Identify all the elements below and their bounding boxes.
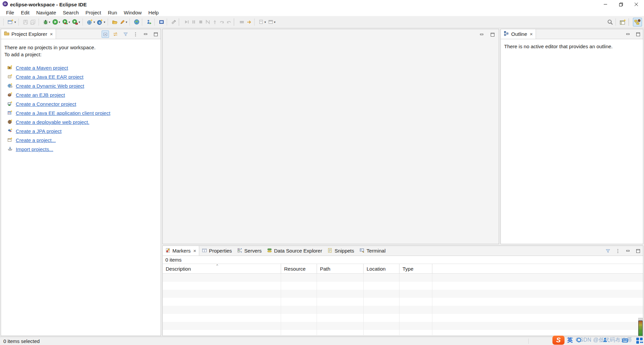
create-deployable-web-project-link[interactable]: Create a deployable web project. bbox=[4, 118, 161, 127]
create-maven-project-link[interactable]: M Create a Maven project bbox=[4, 63, 161, 72]
new-servlet-wizard-button[interactable]: S ▾ bbox=[96, 18, 106, 26]
jpa-project-icon bbox=[7, 128, 13, 134]
menu-window[interactable]: Window bbox=[120, 10, 145, 15]
tab-project-explorer[interactable]: Project Explorer × bbox=[1, 29, 56, 39]
view-menu-button[interactable] bbox=[614, 247, 622, 255]
menu-edit[interactable]: Edit bbox=[17, 10, 33, 15]
ime-language-indicator[interactable]: 英 bbox=[567, 336, 573, 344]
tab-properties[interactable]: Properties bbox=[199, 246, 234, 256]
toolbar-separator bbox=[254, 19, 257, 25]
step-into-button[interactable] bbox=[211, 18, 218, 26]
javaee-perspective-button[interactable] bbox=[633, 18, 642, 26]
link-label: Create a JPA project bbox=[16, 128, 61, 134]
close-button[interactable] bbox=[629, 0, 644, 9]
tab-label: Data Source Explorer bbox=[274, 248, 322, 254]
table-row bbox=[163, 290, 643, 298]
pen-button[interactable]: ▾ bbox=[119, 18, 128, 26]
tab-label: Project Explorer bbox=[11, 31, 47, 37]
minimize-view-button[interactable] bbox=[624, 247, 632, 255]
step-over-button[interactable] bbox=[218, 18, 225, 26]
profile-button[interactable]: ▾ bbox=[71, 18, 81, 26]
menu-navigate[interactable]: Navigate bbox=[33, 10, 59, 15]
run-client-button[interactable] bbox=[145, 18, 153, 26]
menu-file[interactable]: File bbox=[3, 10, 17, 15]
minimize-view-button[interactable] bbox=[142, 30, 149, 38]
maximize-view-button[interactable] bbox=[152, 30, 159, 38]
step-return-button[interactable] bbox=[225, 18, 232, 26]
open-folder-button[interactable] bbox=[111, 18, 119, 26]
menu-help[interactable]: Help bbox=[145, 10, 162, 15]
minimize-view-button[interactable] bbox=[478, 31, 485, 38]
toggle-lines-button[interactable] bbox=[238, 18, 246, 26]
create-jpa-project-link[interactable]: Create a JPA project bbox=[4, 127, 161, 136]
save-all-button[interactable] bbox=[29, 18, 37, 26]
tab-data-source-explorer[interactable]: Data Source Explorer bbox=[264, 246, 325, 256]
create-app-client-project-link[interactable]: Create a Java EE application client proj… bbox=[4, 109, 161, 118]
tab-snippets[interactable]: Snippets bbox=[325, 246, 357, 256]
column-path[interactable]: Path bbox=[317, 264, 364, 273]
link-label: Create an EJB project bbox=[16, 92, 65, 98]
create-dynamic-web-project-link[interactable]: Create a Dynamic Web project bbox=[4, 81, 161, 90]
maximize-view-button[interactable] bbox=[634, 30, 642, 38]
maximize-view-button[interactable] bbox=[634, 247, 642, 255]
sort-ascending-icon: ^ bbox=[216, 264, 218, 268]
menu-project[interactable]: Project bbox=[82, 10, 105, 15]
pin-editor-button[interactable]: ▾ bbox=[258, 18, 267, 26]
resume-button[interactable] bbox=[183, 18, 190, 26]
terminal-icon bbox=[360, 248, 365, 254]
restore-button[interactable] bbox=[613, 0, 629, 9]
tab-servers[interactable]: Servers bbox=[234, 246, 264, 256]
sogou-ime-icon[interactable]: S bbox=[552, 336, 565, 345]
menu-run[interactable]: Run bbox=[104, 10, 120, 15]
run-button[interactable]: ▾ bbox=[51, 18, 61, 26]
minimize-view-button[interactable] bbox=[624, 30, 632, 38]
tab-markers[interactable]: Markers × bbox=[163, 246, 199, 256]
editor-window-button[interactable]: ▾ bbox=[267, 18, 277, 26]
flashlight-button[interactable] bbox=[170, 18, 177, 26]
column-resource[interactable]: Resource bbox=[281, 264, 317, 273]
import-projects-link[interactable]: Import projects... bbox=[4, 145, 161, 154]
minimize-button[interactable] bbox=[598, 0, 613, 9]
project-explorer-content: There are no projects in your workspace.… bbox=[1, 39, 161, 154]
status-bar: 0 items selected bbox=[0, 337, 644, 345]
link-label: Create a Connector project bbox=[16, 101, 76, 107]
last-edit-location-button[interactable] bbox=[246, 18, 253, 26]
tab-outline[interactable]: Outline × bbox=[501, 29, 536, 39]
suspend-button[interactable] bbox=[190, 18, 197, 26]
table-row bbox=[163, 306, 643, 314]
coverage-button[interactable]: ▾ bbox=[61, 18, 71, 26]
search-button[interactable] bbox=[606, 18, 614, 26]
console-button[interactable] bbox=[158, 18, 165, 26]
save-button[interactable] bbox=[22, 18, 29, 26]
debug-button[interactable]: ▾ bbox=[42, 18, 52, 26]
filter-button[interactable] bbox=[604, 247, 611, 255]
markers-toolbar bbox=[604, 246, 642, 256]
create-project-link[interactable]: Create a project... bbox=[4, 136, 161, 145]
close-icon[interactable]: × bbox=[530, 31, 533, 37]
edge-meter-cap bbox=[638, 318, 643, 320]
filter-button[interactable] bbox=[122, 30, 129, 38]
column-type[interactable]: Type bbox=[399, 264, 432, 273]
tab-terminal[interactable]: Terminal bbox=[357, 246, 388, 256]
collapse-all-button[interactable] bbox=[102, 30, 109, 38]
column-description[interactable]: Description bbox=[163, 264, 281, 273]
link-label: Create a deployable web project. bbox=[16, 119, 89, 125]
create-ejb-project-link[interactable]: Create an EJB project bbox=[4, 90, 161, 99]
view-menu-button[interactable] bbox=[132, 30, 139, 38]
close-icon[interactable]: × bbox=[50, 31, 53, 37]
column-location[interactable]: Location bbox=[364, 264, 399, 273]
menu-search[interactable]: Search bbox=[59, 10, 82, 15]
create-ear-project-link[interactable]: Create a Java EE EAR project bbox=[4, 72, 161, 81]
new-wizard-button[interactable]: ▾ bbox=[7, 18, 17, 26]
disconnect-button[interactable] bbox=[204, 18, 211, 26]
new-web-wizard-button[interactable]: ▾ bbox=[86, 18, 96, 26]
create-connector-project-link[interactable]: Create a Connector project bbox=[4, 99, 161, 109]
stop-button[interactable] bbox=[197, 18, 204, 26]
close-icon[interactable]: × bbox=[193, 248, 196, 254]
link-with-editor-button[interactable] bbox=[112, 30, 119, 38]
maximize-view-button[interactable] bbox=[489, 31, 496, 38]
web-browser-button[interactable] bbox=[133, 18, 141, 26]
open-perspective-button[interactable] bbox=[619, 18, 627, 26]
ime-toolbar-grid-icon[interactable] bbox=[636, 337, 643, 344]
connector-project-icon bbox=[7, 101, 13, 107]
